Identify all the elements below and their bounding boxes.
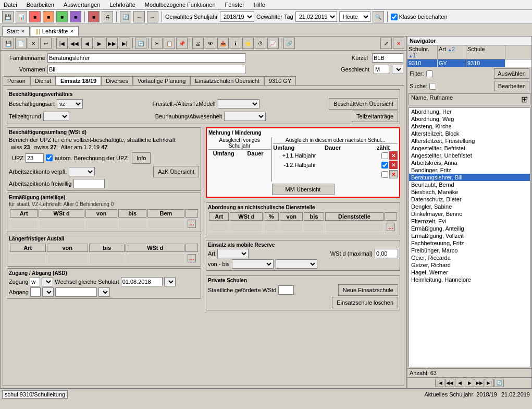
list-item[interactable]: Dengler, Sabine xyxy=(409,203,530,210)
mobile-bis-select[interactable] xyxy=(276,259,317,269)
list-item[interactable]: Heimleitung, Hannelore xyxy=(409,276,530,283)
list-item[interactable]: Ermäßigung, Vollzeit xyxy=(409,232,530,239)
list-item[interactable]: Beurlaubt, Bernd xyxy=(409,181,530,188)
auswaehlen-btn[interactable]: Auswählen xyxy=(494,68,529,79)
toolbar-search-btn[interactable]: 🔍 xyxy=(373,11,384,22)
freistell-select[interactable] xyxy=(218,99,259,109)
panel-prev1-btn[interactable]: ◀ xyxy=(81,38,93,49)
toolbar-btn-3[interactable]: ■ xyxy=(29,11,41,22)
tab-dienst[interactable]: Dienst xyxy=(30,76,56,85)
mm-row3-check[interactable] xyxy=(381,171,388,178)
panel-refresh-btn[interactable]: 🔄 xyxy=(135,38,146,49)
mm-row1-del[interactable]: ✕ xyxy=(389,151,398,160)
nav-first-btn[interactable]: |◀ xyxy=(435,379,444,387)
familienname-input[interactable] xyxy=(47,53,245,63)
panel-print-btn[interactable]: 🖨 xyxy=(192,38,204,49)
menu-modulbezogene[interactable]: Modulbezogene Funktionen xyxy=(143,1,217,8)
tab-vorlaeufig[interactable]: Vorläufige Planung xyxy=(133,76,190,85)
panel-preview-btn[interactable]: 👁 xyxy=(205,38,216,49)
toolbar-btn-8[interactable]: 🖨 xyxy=(102,11,113,22)
mm-btn[interactable]: MM Übersicht xyxy=(272,184,335,195)
geschlecht-select[interactable] xyxy=(392,65,403,74)
tag-select[interactable]: 21.02.2019 xyxy=(295,11,337,22)
info-btn[interactable]: Info xyxy=(132,152,151,164)
toolbar-btn-6[interactable]: ■ xyxy=(70,11,81,22)
autom-checkbox[interactable] xyxy=(46,154,53,161)
toolbar-btn-11[interactable]: → xyxy=(147,11,158,22)
toolbar-btn-1[interactable]: 💾 xyxy=(2,11,14,22)
vornamen-input[interactable] xyxy=(47,65,245,74)
list-item[interactable]: Geizer, Richard xyxy=(409,261,530,269)
list-item[interactable]: Freibünger, Marco xyxy=(409,247,530,254)
menu-fenster[interactable]: Fenster xyxy=(224,1,246,8)
panel-next-btn[interactable]: ▶▶ xyxy=(106,38,118,49)
menu-hilfe[interactable]: Hilfe xyxy=(252,1,267,8)
tab-person[interactable]: Person xyxy=(3,76,30,85)
abgang-art-input[interactable] xyxy=(30,287,41,297)
azk-freiwill-input[interactable] xyxy=(73,179,105,188)
zugang-art-input[interactable] xyxy=(30,277,40,286)
nav-data-row[interactable]: 9310 GY 9310 xyxy=(407,59,531,67)
suche-checkbox[interactable] xyxy=(429,83,436,90)
panel-paste-btn[interactable]: 📌 xyxy=(176,38,188,49)
list-item[interactable]: Elternzeit, Evi xyxy=(409,218,530,225)
panel-close-btn[interactable]: ✕ xyxy=(393,38,404,49)
teilzeit-select[interactable] xyxy=(43,112,69,121)
tab-lehrkraefte-close[interactable]: ✕ xyxy=(70,29,74,34)
mm-row1-check[interactable] xyxy=(381,152,388,159)
kuerzel-input[interactable] xyxy=(372,53,403,63)
panel-prev-btn[interactable]: ◀◀ xyxy=(69,38,80,49)
toolbar-btn-4[interactable]: ■ xyxy=(43,11,54,22)
list-item-selected[interactable]: Beratungslehrer, Bill xyxy=(409,174,530,181)
toolbar-btn-2[interactable]: 📊 xyxy=(16,11,27,22)
beschaeft-art-select[interactable]: vz xyxy=(57,99,83,109)
panel-graph-btn[interactable]: 📈 xyxy=(267,38,279,49)
panel-time-btn[interactable]: ⏱ xyxy=(255,38,266,49)
nav-prev1-btn[interactable]: ◀ xyxy=(455,379,464,387)
list-item[interactable]: Altersteilzeit, Block xyxy=(409,130,530,137)
toolbar-btn-10[interactable]: ← xyxy=(133,11,145,22)
beurlaubung-select[interactable] xyxy=(224,112,266,121)
bearbeiten-btn[interactable]: Bearbeiten xyxy=(494,81,529,91)
list-item[interactable]: Hagel, Werner xyxy=(409,269,530,276)
panel-copy-btn[interactable]: 📋 xyxy=(164,38,175,49)
nav-prev-btn[interactable]: ◀◀ xyxy=(445,379,454,387)
azk-verpfl-select[interactable] xyxy=(69,167,95,176)
erm-delete-btn[interactable]: … xyxy=(188,220,196,228)
list-item[interactable]: Angestellter, Unbefristet xyxy=(409,152,530,159)
panel-fav-btn[interactable]: ⭐ xyxy=(242,38,254,49)
panel-last-btn[interactable]: ▶| xyxy=(119,38,130,49)
list-item[interactable]: Abordnung, Her xyxy=(409,108,530,115)
abgang-art-select[interactable] xyxy=(42,287,54,297)
ab-del-btn[interactable]: … xyxy=(387,223,395,231)
tab-lehrkraefte[interactable]: ||| Lehrkräfte ✕ xyxy=(31,26,79,36)
neue-einsatz-btn[interactable]: Neue Einsatzschule xyxy=(338,284,398,296)
zugang-art-select[interactable] xyxy=(42,277,53,286)
list-item[interactable]: Fachbetreuung, Fritz xyxy=(409,239,530,247)
list-item[interactable]: Absteng, Kirche xyxy=(409,123,530,130)
tab-start-close[interactable]: ✕ xyxy=(21,29,25,34)
nav-list[interactable]: Abordnung, Her Abordnung, Weg Absteng, K… xyxy=(409,107,530,367)
panel-next1-btn[interactable]: ▶ xyxy=(94,38,105,49)
mm-row2-check[interactable] xyxy=(381,162,388,169)
tab-start[interactable]: Start ✕ xyxy=(2,26,30,36)
zugang-date-select[interactable] xyxy=(164,277,176,286)
nav-next-btn[interactable]: ▶▶ xyxy=(475,379,484,387)
abgang-date-input[interactable] xyxy=(55,287,97,297)
tab-einsatzschulen[interactable]: Einsatzschulen Übersicht xyxy=(190,76,264,85)
tab-einsatz[interactable]: Einsatz 18/19 xyxy=(56,76,101,85)
list-item[interactable]: Altersteilzeit, Freistellung xyxy=(409,137,530,145)
filter-checkbox[interactable] xyxy=(426,70,433,77)
geschlecht-input[interactable] xyxy=(374,65,389,74)
toolbar-btn-9[interactable]: 🔄 xyxy=(120,11,131,22)
list-item[interactable]: Abordnung, Weg xyxy=(409,115,530,123)
nav-expand-btn[interactable]: ⊞ xyxy=(521,94,528,104)
abgang-date-select[interactable] xyxy=(98,287,110,297)
panel-cut-btn[interactable]: ✂ xyxy=(151,38,163,49)
list-item[interactable]: Datenschutz, Dieter xyxy=(409,196,530,203)
list-item[interactable]: Dinkelmayer, Benno xyxy=(409,210,530,218)
loeschen-btn[interactable]: Einsatzschule löschen xyxy=(332,297,398,308)
lang-delete-btn[interactable]: … xyxy=(188,254,196,262)
panel-del-btn[interactable]: ✕ xyxy=(28,38,39,49)
list-item[interactable]: Biesbach, Mareike xyxy=(409,188,530,196)
